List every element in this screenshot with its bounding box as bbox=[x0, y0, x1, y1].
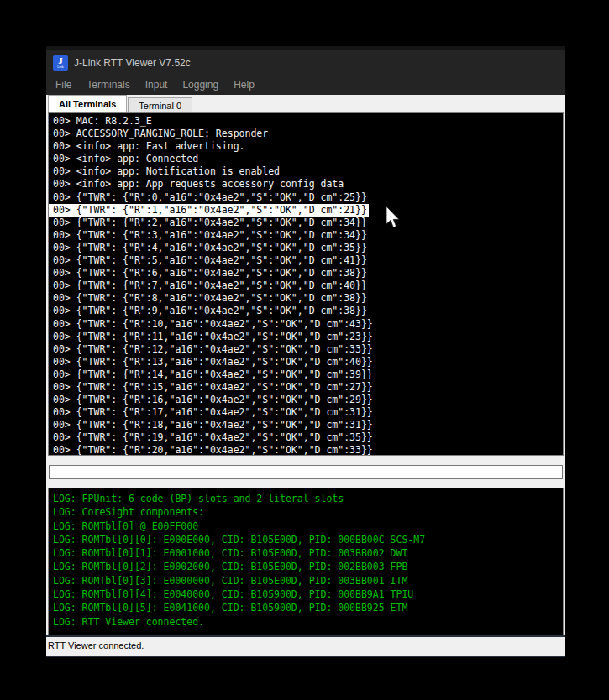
menu-bar: FileTerminalsInputLoggingHelp bbox=[46, 75, 565, 95]
terminal-line: 00> {"TWR": {"R":17,"a16":"0x4ae2","S":"… bbox=[53, 406, 563, 419]
title-bar[interactable]: J Link J-Link RTT Viewer V7.52c bbox=[46, 50, 565, 75]
rtt-viewer-window: J Link J-Link RTT Viewer V7.52c FileTerm… bbox=[46, 46, 565, 657]
terminal-line: 00> {"TWR": {"R":0,"a16":"0x4ae2","S":"O… bbox=[53, 191, 563, 204]
terminal-line: 00> {"TWR": {"R":5,"a16":"0x4ae2","S":"O… bbox=[53, 254, 563, 267]
terminal-line: 00> {"TWR": {"R":6,"a16":"0x4ae2","S":"O… bbox=[53, 267, 563, 279]
terminal-output[interactable]: 00> MAC: R8.2.3_E00> ACCESSORY_RANGING_R… bbox=[48, 112, 564, 456]
terminal-line: 00> {"TWR": {"R":18,"a16":"0x4ae2","S":"… bbox=[53, 419, 563, 431]
terminal-input[interactable] bbox=[49, 465, 563, 479]
tab-strip: All TerminalsTerminal 0 bbox=[46, 95, 565, 112]
input-row bbox=[46, 456, 565, 488]
log-line: LOG: ROMTbl[0][3]: E0000000, CID: B105E0… bbox=[53, 574, 563, 588]
tab-terminal-0[interactable]: Terminal 0 bbox=[128, 97, 192, 112]
terminal-line: 00> <info> app: Notification is enabled bbox=[53, 165, 563, 178]
jlink-icon-label: Link bbox=[57, 65, 63, 69]
log-line: LOG: ROMTbl[0][1]: E0001000, CID: B105E0… bbox=[53, 546, 563, 560]
screen-background: { "window": { "title": "J-Link RTT Viewe… bbox=[0, 0, 609, 700]
terminal-line: 00> {"TWR": {"R":16,"a16":"0x4ae2","S":"… bbox=[53, 394, 563, 406]
terminal-line: 00> {"TWR": {"R":3,"a16":"0x4ae2","S":"O… bbox=[53, 229, 563, 242]
menu-terminals[interactable]: Terminals bbox=[79, 76, 137, 94]
status-text: RTT Viewer connected. bbox=[48, 640, 144, 650]
window-title: J-Link RTT Viewer V7.52c bbox=[74, 57, 191, 69]
terminal-line: 00> <info> app: App requests accessory c… bbox=[53, 178, 563, 191]
terminal-line: 00> {"TWR": {"R":2,"a16":"0x4ae2","S":"O… bbox=[53, 217, 563, 229]
menu-help[interactable]: Help bbox=[226, 76, 262, 94]
terminal-line-selected: 00> {"TWR": {"R":1,"a16":"0x4ae2","S":"O… bbox=[49, 204, 369, 217]
terminal-line: 00> {"TWR": {"R":9,"a16":"0x4ae2","S":"O… bbox=[53, 305, 563, 317]
log-line: LOG: ROMTbl[0][4]: E0040000, CID: B10590… bbox=[53, 588, 563, 601]
terminal-line: 00> <info> app: Connected bbox=[53, 153, 563, 165]
log-line: LOG: RTT Viewer connected. bbox=[53, 615, 563, 629]
menu-file[interactable]: File bbox=[48, 76, 79, 94]
terminal-line: 00> {"TWR": {"R":11,"a16":"0x4ae2","S":"… bbox=[53, 331, 563, 343]
log-line: LOG: ROMTbl[0][2]: E0002000, CID: B105E0… bbox=[53, 560, 563, 573]
terminal-line: 00> {"TWR": {"R":15,"a16":"0x4ae2","S":"… bbox=[53, 381, 563, 394]
jlink-app-icon: J Link bbox=[53, 55, 68, 71]
terminal-line: 00> {"TWR": {"R":12,"a16":"0x4ae2","S":"… bbox=[53, 343, 563, 356]
log-line: LOG: CoreSight components: bbox=[53, 505, 563, 519]
menu-input[interactable]: Input bbox=[138, 76, 176, 94]
log-line: LOG: FPUnit: 6 code (BP) slots and 2 lit… bbox=[53, 492, 563, 505]
terminal-line: 00> MAC: R8.2.3_E bbox=[53, 115, 563, 128]
log-panel[interactable]: LOG: FPUnit: 6 code (BP) slots and 2 lit… bbox=[48, 488, 564, 635]
terminal-line: 00> {"TWR": {"R":7,"a16":"0x4ae2","S":"O… bbox=[53, 279, 563, 292]
log-line: LOG: ROMTbl[0] @ E00FF000 bbox=[53, 520, 563, 533]
terminal-line: 00> <info> app: Fast advertising. bbox=[53, 140, 563, 153]
log-line: LOG: ROMTbl[0][0]: E000E000, CID: B105E0… bbox=[53, 533, 563, 546]
tab-all-terminals[interactable]: All Terminals bbox=[48, 95, 127, 112]
status-bar: RTT Viewer connected. bbox=[46, 635, 565, 657]
terminal-line: 00> {"TWR": {"R":19,"a16":"0x4ae2","S":"… bbox=[53, 431, 563, 444]
terminal-line: 00> {"TWR": {"R":10,"a16":"0x4ae2","S":"… bbox=[53, 318, 563, 331]
terminal-line: 00> {"TWR": {"R":13,"a16":"0x4ae2","S":"… bbox=[53, 356, 563, 368]
terminal-line: 00> {"TWR": {"R":4,"a16":"0x4ae2","S":"O… bbox=[53, 242, 563, 254]
terminal-line: 00> {"TWR": {"R":20,"a16":"0x4ae2","S":"… bbox=[53, 444, 563, 456]
menu-logging[interactable]: Logging bbox=[175, 76, 226, 94]
terminal-line: 00> ACCESSORY_RANGING_ROLE: Responder bbox=[53, 128, 563, 140]
terminal-line: 00> {"TWR": {"R":8,"a16":"0x4ae2","S":"O… bbox=[53, 292, 563, 305]
log-line: LOG: ROMTbl[0][5]: E0041000, CID: B10590… bbox=[53, 601, 563, 614]
terminal-line: 00> {"TWR": {"R":14,"a16":"0x4ae2","S":"… bbox=[53, 368, 563, 381]
